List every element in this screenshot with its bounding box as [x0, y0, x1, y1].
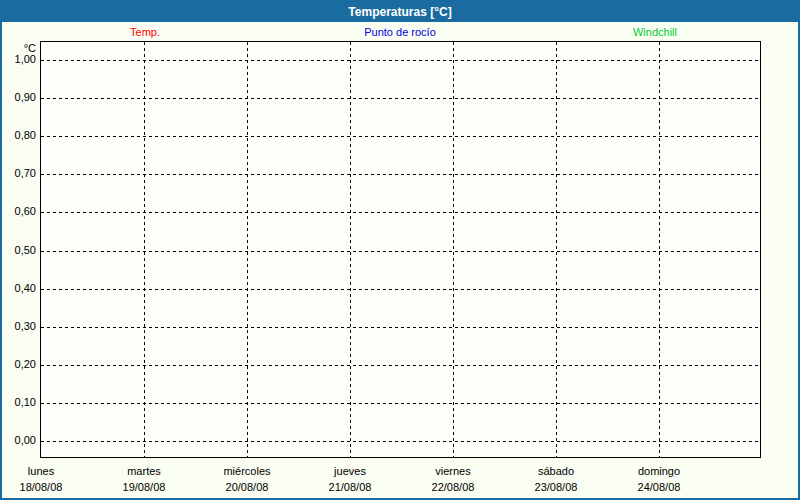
- y-tick-label: 0,60: [2, 205, 36, 217]
- gridline-horizontal: [41, 327, 760, 328]
- y-tick-label: 0,00: [2, 434, 36, 446]
- legend-item-temp: Temp.: [65, 26, 225, 38]
- x-date-label: 21/08/08: [299, 481, 401, 493]
- gridline-horizontal: [41, 403, 760, 404]
- gridline-horizontal: [41, 365, 760, 366]
- gridline-horizontal: [41, 174, 760, 175]
- x-weekday-label: jueves: [299, 465, 401, 477]
- x-weekday-label: viernes: [402, 465, 504, 477]
- gridline-vertical: [556, 42, 557, 457]
- gridline-horizontal: [41, 441, 760, 442]
- gridline-horizontal: [41, 212, 760, 213]
- x-date-label: 20/08/08: [196, 481, 298, 493]
- gridline-vertical: [350, 42, 351, 457]
- x-date-label: 23/08/08: [505, 481, 607, 493]
- gridline-vertical: [659, 42, 660, 457]
- y-tick-label: 0,40: [2, 282, 36, 294]
- y-tick-label: 0,20: [2, 358, 36, 370]
- gridline-horizontal: [41, 136, 760, 137]
- x-date-label: 19/08/08: [93, 481, 195, 493]
- x-date-label: 22/08/08: [402, 481, 504, 493]
- gridline-horizontal: [41, 289, 760, 290]
- y-tick-label: 0,90: [2, 91, 36, 103]
- title-bar: Temperaturas [°C]: [2, 2, 798, 22]
- page-title: Temperaturas [°C]: [348, 5, 451, 19]
- gridline-vertical: [247, 42, 248, 457]
- gridline-horizontal: [41, 251, 760, 252]
- y-tick-label: 0,30: [2, 320, 36, 332]
- y-tick-label: 1,00: [2, 53, 36, 65]
- gridline-vertical: [144, 42, 145, 457]
- x-weekday-label: sábado: [505, 465, 607, 477]
- gridline-vertical: [453, 42, 454, 457]
- legend-item-windchill: Windchill: [575, 26, 735, 38]
- gridline-horizontal: [41, 60, 760, 61]
- y-tick-label: 0,70: [2, 167, 36, 179]
- x-date-label: 24/08/08: [608, 481, 710, 493]
- y-tick-label: 0,10: [2, 396, 36, 408]
- x-weekday-label: domingo: [608, 465, 710, 477]
- plot-area: [40, 41, 761, 458]
- y-tick-label: 0,50: [2, 244, 36, 256]
- y-tick-label: 0,80: [2, 129, 36, 141]
- x-weekday-label: miércoles: [196, 465, 298, 477]
- x-weekday-label: martes: [93, 465, 195, 477]
- chart-window: Temperaturas [°C] Temp.Punto de rocíoWin…: [0, 0, 800, 500]
- legend-item-punto-de-roc-o: Punto de rocío: [320, 26, 480, 38]
- x-weekday-label: lunes: [0, 465, 92, 477]
- x-date-label: 18/08/08: [0, 481, 92, 493]
- gridline-horizontal: [41, 98, 760, 99]
